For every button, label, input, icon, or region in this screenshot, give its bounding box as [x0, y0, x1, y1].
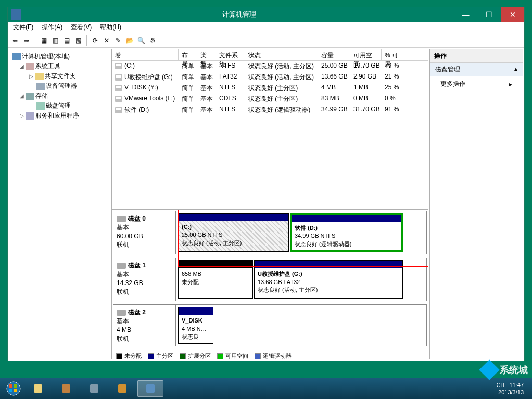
table-row[interactable]: V_DISK (Y:) 简单 基本 NTFS 状态良好 (主分区) 4 MB 1…: [112, 83, 428, 94]
disk-graphical-view[interactable]: 磁盘 0 基本60.00 GB联机 (C:) 25.00 GB NTFS 状态良…: [112, 210, 428, 359]
tray-time: 11:47: [509, 382, 524, 388]
tree-device-manager[interactable]: 设备管理器: [10, 81, 109, 91]
task-explorer-icon[interactable]: [25, 380, 51, 397]
menu-view[interactable]: 查看(V): [68, 22, 95, 33]
forward-icon[interactable]: ⇒: [21, 35, 32, 46]
partition[interactable]: 658 MB 未分配: [178, 260, 253, 299]
col-status[interactable]: 状态: [245, 49, 318, 60]
col-volume[interactable]: 卷: [112, 49, 179, 60]
disk-block[interactable]: 磁盘 2 基本4 MB联机 V_DISK 4 MB N… 状态良: [113, 304, 427, 346]
open-icon[interactable]: 📂: [124, 35, 135, 46]
menu-action[interactable]: 操作(A): [39, 22, 66, 33]
svg-rect-1: [9, 384, 12, 388]
actions-more[interactable]: 更多操作▸: [430, 76, 523, 92]
taskbar[interactable]: CH 11:47 2013/3/13: [0, 378, 532, 399]
menu-help[interactable]: 帮助(H): [97, 22, 124, 33]
table-row[interactable]: VMware Tools (F:) 简单 基本 CDFS 状态良好 (主分区) …: [112, 94, 428, 105]
settings-icon[interactable]: ⚙: [147, 35, 158, 46]
close-button[interactable]: ✕: [501, 7, 524, 22]
menubar: 文件(F) 操作(A) 查看(V) 帮助(H): [8, 22, 524, 33]
main-window: 计算机管理 — ☐ ✕ 文件(F) 操作(A) 查看(V) 帮助(H) ⇐ ⇒ …: [7, 7, 525, 361]
task-app1-icon[interactable]: [53, 380, 79, 397]
volume-table[interactable]: 卷 布局 类型 文件系统 状态 容量 可用空间 % 可用 (C:) 简单 基本 …: [112, 49, 428, 210]
partition[interactable]: V_DISK 4 MB N… 状态良: [178, 307, 213, 344]
table-row[interactable]: U教授维护盘 (G:) 简单 基本 FAT32 状态良好 (活动, 主分区) 1…: [112, 72, 428, 83]
svg-rect-2: [14, 384, 17, 388]
col-layout[interactable]: 布局: [179, 49, 197, 60]
menu-file[interactable]: 文件(F): [10, 22, 36, 33]
actions-panel: 操作 磁盘管理▴ 更多操作▸: [429, 49, 523, 359]
app-icon: [11, 9, 21, 20]
disk-info: 磁盘 2 基本4 MB联机: [113, 305, 176, 346]
tray-date: 2013/3/13: [498, 389, 524, 395]
properties-icon[interactable]: ✎: [113, 35, 123, 46]
back-icon[interactable]: ⇐: [10, 35, 20, 46]
disk-block[interactable]: 磁盘 0 基本60.00 GB联机 (C:) 25.00 GB NTFS 状态良…: [113, 211, 427, 254]
refresh-icon[interactable]: ⟳: [90, 35, 100, 46]
tree-system-tools[interactable]: ◢系统工具: [10, 61, 109, 71]
task-app2-icon[interactable]: [81, 380, 107, 397]
disk-info: 磁盘 0 基本60.00 GB联机: [113, 211, 176, 254]
col-fs[interactable]: 文件系统: [216, 49, 245, 60]
tree-root[interactable]: 计算机管理(本地): [10, 52, 109, 61]
maximize-button[interactable]: ☐: [477, 7, 501, 22]
system-tray[interactable]: CH 11:47 2013/3/13: [491, 381, 529, 396]
table-row[interactable]: (C:) 简单 基本 NTFS 状态良好 (活动, 主分区) 25.00 GB …: [112, 61, 428, 72]
actions-header: 操作: [430, 49, 523, 63]
tree-services[interactable]: ▷服务和应用程序: [10, 111, 109, 121]
tree-shared-folders[interactable]: ▷共享文件夹: [10, 71, 109, 81]
actions-section[interactable]: 磁盘管理▴: [430, 63, 523, 76]
watermark: 系统城: [482, 363, 528, 377]
delete-icon[interactable]: ✕: [102, 35, 112, 46]
titlebar[interactable]: 计算机管理 — ☐ ✕: [8, 7, 524, 22]
view4-icon[interactable]: ▧: [73, 35, 83, 46]
view3-icon[interactable]: ▤: [61, 35, 72, 46]
start-button[interactable]: [3, 380, 24, 397]
table-row[interactable]: 软件 (D:) 简单 基本 NTFS 状态良好 (逻辑驱动器) 34.99 GB…: [112, 105, 428, 115]
legend: 未分配 主分区 扩展分区 可用空间 逻辑驱动器: [113, 350, 427, 359]
legend-free: 可用空间: [225, 352, 248, 359]
svg-rect-3: [9, 389, 12, 392]
tray-lang[interactable]: CH: [496, 382, 504, 388]
col-free[interactable]: 可用空间: [350, 49, 382, 60]
svg-rect-4: [14, 389, 17, 392]
window-title: 计算机管理: [24, 10, 454, 19]
partition[interactable]: 软件 (D:) 34.99 GB NTFS 状态良好 (逻辑驱动器): [290, 213, 403, 252]
legend-unalloc: 未分配: [124, 352, 142, 359]
view1-icon[interactable]: ▦: [39, 35, 49, 46]
toolbar: ⇐ ⇒ ▦ ▥ ▤ ▧ ⟳ ✕ ✎ 📂 🔍 ⚙: [8, 33, 524, 48]
col-cap[interactable]: 容量: [318, 49, 350, 60]
disk-info: 磁盘 1 基本14.32 GB联机: [113, 258, 176, 301]
legend-logical: 逻辑驱动器: [263, 352, 292, 359]
col-pct[interactable]: % 可用: [382, 49, 404, 60]
partition[interactable]: (C:) 25.00 GB NTFS 状态良好 (活动, 主分区): [178, 213, 289, 252]
legend-primary: 主分区: [156, 352, 173, 359]
tree-disk-management[interactable]: 磁盘管理: [10, 101, 109, 111]
task-computer-management-icon[interactable]: [137, 380, 163, 397]
legend-extended: 扩展分区: [188, 352, 211, 359]
view2-icon[interactable]: ▥: [50, 35, 60, 46]
disk-block[interactable]: 磁盘 1 基本14.32 GB联机 658 MB 未分配 U教授维护盘 (G:)…: [113, 258, 427, 301]
col-type[interactable]: 类型: [197, 49, 216, 60]
table-header[interactable]: 卷 布局 类型 文件系统 状态 容量 可用空间 % 可用: [112, 49, 428, 61]
minimize-button[interactable]: —: [454, 7, 477, 22]
navigation-tree[interactable]: 计算机管理(本地) ◢系统工具 ▷共享文件夹 设备管理器 ◢存储 磁盘管理 ▷服…: [9, 49, 110, 359]
watermark-logo-icon: [479, 359, 500, 380]
find-icon[interactable]: 🔍: [136, 35, 146, 46]
task-app3-icon[interactable]: [109, 380, 135, 397]
tree-storage[interactable]: ◢存储: [10, 91, 109, 101]
partition[interactable]: U教授维护盘 (G:) 13.68 GB FAT32 状态良好 (活动, 主分区…: [254, 260, 403, 299]
center-panel: 卷 布局 类型 文件系统 状态 容量 可用空间 % 可用 (C:) 简单 基本 …: [111, 49, 428, 359]
